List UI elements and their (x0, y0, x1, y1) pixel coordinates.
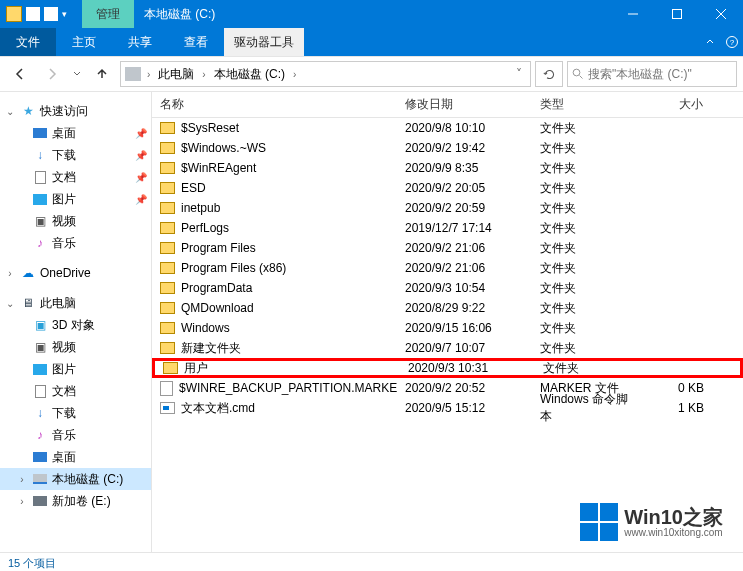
file-type: 文件夹 (532, 300, 642, 317)
picture-icon (32, 362, 48, 376)
file-type: 文件夹 (532, 180, 642, 197)
file-type: 文件夹 (535, 360, 645, 377)
nav-recent-dropdown[interactable] (70, 60, 84, 88)
tab-file[interactable]: 文件 (0, 28, 56, 56)
tree-onedrive[interactable]: ›☁OneDrive (0, 262, 151, 284)
file-row[interactable]: $SysReset2020/9/8 10:10文件夹 (152, 118, 743, 138)
file-row[interactable]: ESD2020/9/2 20:05文件夹 (152, 178, 743, 198)
tree-this-pc[interactable]: ⌄🖥此电脑 (0, 292, 151, 314)
column-header-type[interactable]: 类型 (532, 96, 642, 113)
column-header-size[interactable]: 大小 (642, 96, 712, 113)
qat-dropdown-icon[interactable]: ▾ (62, 9, 67, 19)
file-type: 文件夹 (532, 260, 642, 277)
tree-3d-objects[interactable]: ▣3D 对象 (0, 314, 151, 336)
file-row[interactable]: QMDownload2020/8/29 9:22文件夹 (152, 298, 743, 318)
file-date: 2020/9/3 10:31 (400, 361, 535, 375)
refresh-button[interactable] (535, 61, 563, 87)
file-name: PerfLogs (181, 221, 229, 235)
file-row[interactable]: Program Files2020/9/2 21:06文件夹 (152, 238, 743, 258)
file-row[interactable]: 用户2020/9/3 10:31文件夹 (152, 358, 743, 378)
file-date: 2020/9/2 20:59 (397, 201, 532, 215)
ribbon-collapse-icon[interactable] (699, 28, 721, 56)
tree-desktop-2[interactable]: 桌面 (0, 446, 151, 468)
breadcrumb-drive-c[interactable]: 本地磁盘 (C:) (212, 66, 287, 83)
qat-button-1[interactable] (26, 7, 40, 21)
tree-drive-c[interactable]: ›本地磁盘 (C:) (0, 468, 151, 490)
file-row[interactable]: inetpub2020/9/2 20:59文件夹 (152, 198, 743, 218)
watermark: Win10之家 www.win10xitong.com (580, 503, 723, 541)
navigation-pane: ⌄★快速访问 桌面📌 ↓下载📌 文档📌 图片📌 ▣视频 ♪音乐 ›☁OneDri… (0, 92, 152, 552)
file-type: 文件夹 (532, 200, 642, 217)
maximize-button[interactable] (655, 0, 699, 28)
nav-back-button[interactable] (6, 60, 34, 88)
close-button[interactable] (699, 0, 743, 28)
document-icon (32, 384, 48, 398)
tree-documents[interactable]: 文档📌 (0, 166, 151, 188)
minimize-button[interactable] (611, 0, 655, 28)
chevron-right-icon[interactable]: › (291, 69, 298, 80)
tree-drive-e[interactable]: ›新加卷 (E:) (0, 490, 151, 512)
download-icon: ↓ (32, 148, 48, 162)
video-icon: ▣ (32, 340, 48, 354)
file-row[interactable]: 文本文档.cmd2020/9/5 15:12Windows 命令脚本1 KB (152, 398, 743, 418)
tree-music-2[interactable]: ♪音乐 (0, 424, 151, 446)
file-row[interactable]: Program Files (x86)2020/9/2 21:06文件夹 (152, 258, 743, 278)
file-row[interactable]: $WINRE_BACKUP_PARTITION.MARKER2020/9/2 2… (152, 378, 743, 398)
pin-icon: 📌 (135, 150, 147, 161)
folder-icon (160, 202, 175, 214)
file-type: 文件夹 (532, 320, 642, 337)
search-icon (572, 68, 584, 80)
file-date: 2020/9/15 16:06 (397, 321, 532, 335)
drive-icon (125, 67, 141, 81)
address-dropdown-icon[interactable]: ˅ (512, 67, 526, 81)
tab-view[interactable]: 查看 (168, 28, 224, 56)
folder-icon (160, 162, 175, 174)
tab-drive-tools[interactable]: 驱动器工具 (224, 28, 304, 56)
address-bar[interactable]: › 此电脑 › 本地磁盘 (C:) › ˅ (120, 61, 531, 87)
file-row[interactable]: $Windows.~WS2020/9/2 19:42文件夹 (152, 138, 743, 158)
file-date: 2020/9/2 21:06 (397, 261, 532, 275)
file-date: 2020/9/5 15:12 (397, 401, 532, 415)
file-name: $SysReset (181, 121, 239, 135)
column-headers: 名称 修改日期 类型 大小 (152, 92, 743, 118)
breadcrumb-this-pc[interactable]: 此电脑 (156, 66, 196, 83)
file-row[interactable]: PerfLogs2019/12/7 17:14文件夹 (152, 218, 743, 238)
tree-pictures-2[interactable]: 图片 (0, 358, 151, 380)
file-type: 文件夹 (532, 220, 642, 237)
tree-quick-access[interactable]: ⌄★快速访问 (0, 100, 151, 122)
column-header-date[interactable]: 修改日期 (397, 96, 532, 113)
file-row[interactable]: $WinREAgent2020/9/9 8:35文件夹 (152, 158, 743, 178)
tree-videos[interactable]: ▣视频 (0, 210, 151, 232)
tree-downloads[interactable]: ↓下载📌 (0, 144, 151, 166)
file-type: 文件夹 (532, 280, 642, 297)
tab-share[interactable]: 共享 (112, 28, 168, 56)
svg-rect-0 (673, 10, 682, 19)
tree-music[interactable]: ♪音乐 (0, 232, 151, 254)
file-date: 2020/9/2 20:05 (397, 181, 532, 195)
nav-up-button[interactable] (88, 60, 116, 88)
search-input[interactable]: 搜索"本地磁盘 (C:)" (567, 61, 737, 87)
svg-text:?: ? (730, 38, 735, 47)
folder-icon (160, 222, 175, 234)
chevron-right-icon[interactable]: › (200, 69, 207, 80)
tree-desktop[interactable]: 桌面📌 (0, 122, 151, 144)
qat-button-2[interactable] (44, 7, 58, 21)
file-row[interactable]: Windows2020/9/15 16:06文件夹 (152, 318, 743, 338)
help-icon[interactable]: ? (721, 28, 743, 56)
nav-forward-button[interactable] (38, 60, 66, 88)
file-row[interactable]: ProgramData2020/9/3 10:54文件夹 (152, 278, 743, 298)
tree-pictures[interactable]: 图片📌 (0, 188, 151, 210)
folder-icon (160, 342, 175, 354)
tree-documents-2[interactable]: 文档 (0, 380, 151, 402)
tree-videos-2[interactable]: ▣视频 (0, 336, 151, 358)
file-name: $Windows.~WS (181, 141, 266, 155)
file-row[interactable]: 新建文件夹2020/9/7 10:07文件夹 (152, 338, 743, 358)
file-name: $WINRE_BACKUP_PARTITION.MARKER (179, 381, 397, 395)
tree-downloads-2[interactable]: ↓下载 (0, 402, 151, 424)
file-date: 2020/9/2 19:42 (397, 141, 532, 155)
tab-home[interactable]: 主页 (56, 28, 112, 56)
column-header-name[interactable]: 名称 (152, 96, 397, 113)
file-type: 文件夹 (532, 340, 642, 357)
chevron-right-icon[interactable]: › (145, 69, 152, 80)
file-name: inetpub (181, 201, 220, 215)
